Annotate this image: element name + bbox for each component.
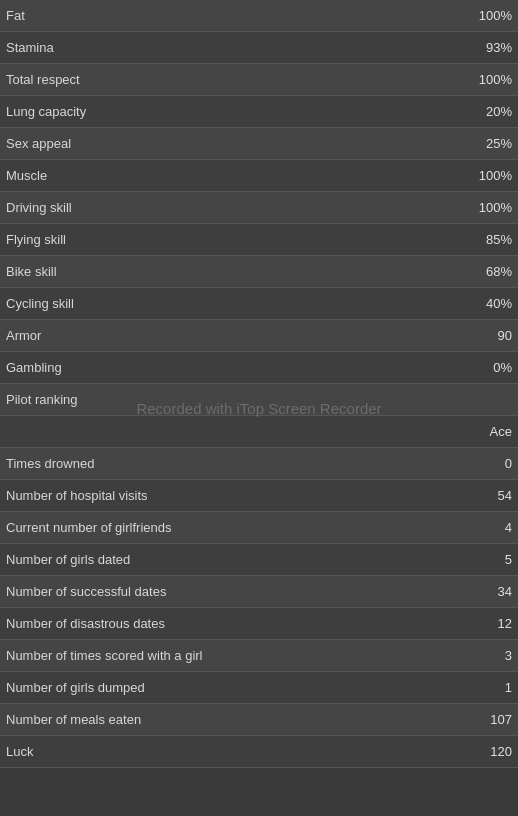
stat-label: Pilot ranking (6, 392, 78, 407)
table-row: Bike skill68% (0, 256, 518, 288)
table-row: Current number of girlfriends4 (0, 512, 518, 544)
stat-value: 5 (472, 552, 512, 567)
stat-label: Driving skill (6, 200, 72, 215)
table-row: Pilot ranking (0, 384, 518, 416)
stat-value: 100% (472, 72, 512, 87)
stat-value: 54 (472, 488, 512, 503)
stat-label: Current number of girlfriends (6, 520, 171, 535)
table-row: Total respect100% (0, 64, 518, 96)
table-row: Number of hospital visits54 (0, 480, 518, 512)
table-row: Muscle100% (0, 160, 518, 192)
stat-value: 3 (472, 648, 512, 663)
stat-value: 4 (472, 520, 512, 535)
stat-label: Luck (6, 744, 33, 759)
stat-label: Armor (6, 328, 41, 343)
stat-value: 90 (472, 328, 512, 343)
table-row: Number of girls dated5 (0, 544, 518, 576)
table-row: Cycling skill40% (0, 288, 518, 320)
stat-value: 34 (472, 584, 512, 599)
stat-value: 12 (472, 616, 512, 631)
stat-label: Cycling skill (6, 296, 74, 311)
table-row: Driving skill100% (0, 192, 518, 224)
table-row: Flying skill85% (0, 224, 518, 256)
table-row: Number of successful dates34 (0, 576, 518, 608)
stat-label: Gambling (6, 360, 62, 375)
stat-label: Flying skill (6, 232, 66, 247)
stat-value: 100% (472, 8, 512, 23)
table-row: Number of disastrous dates12 (0, 608, 518, 640)
table-row: Fat100% (0, 0, 518, 32)
stat-value: 1 (472, 680, 512, 695)
table-row: Ace (0, 416, 518, 448)
stat-label: Fat (6, 8, 25, 23)
stat-value: Ace (472, 424, 512, 439)
stat-label: Number of successful dates (6, 584, 166, 599)
stat-value: 20% (472, 104, 512, 119)
stat-label: Number of girls dated (6, 552, 130, 567)
stat-value: 25% (472, 136, 512, 151)
stat-value: 107 (472, 712, 512, 727)
table-row: Number of meals eaten107 (0, 704, 518, 736)
stat-label: Number of meals eaten (6, 712, 141, 727)
table-row: Number of girls dumped1 (0, 672, 518, 704)
stat-label: Number of disastrous dates (6, 616, 165, 631)
stat-value: 40% (472, 296, 512, 311)
stat-label: Times drowned (6, 456, 94, 471)
table-row: Stamina93% (0, 32, 518, 64)
table-row: Times drowned0 (0, 448, 518, 480)
stat-value: 85% (472, 232, 512, 247)
stat-label: Total respect (6, 72, 80, 87)
table-row: Armor90 (0, 320, 518, 352)
stat-label: Number of times scored with a girl (6, 648, 203, 663)
stat-label: Stamina (6, 40, 54, 55)
table-row: Number of times scored with a girl3 (0, 640, 518, 672)
stat-value: 0 (472, 456, 512, 471)
stat-value: 68% (472, 264, 512, 279)
stat-label: Muscle (6, 168, 47, 183)
stats-container: Fat100%Stamina93%Total respect100%Lung c… (0, 0, 518, 768)
table-row: Lung capacity20% (0, 96, 518, 128)
stat-value: 100% (472, 200, 512, 215)
table-row: Luck120 (0, 736, 518, 768)
table-row: Sex appeal25% (0, 128, 518, 160)
stat-value: 120 (472, 744, 512, 759)
stat-label: Lung capacity (6, 104, 86, 119)
stat-label: Bike skill (6, 264, 57, 279)
table-row: Gambling0% (0, 352, 518, 384)
stat-value: 0% (472, 360, 512, 375)
stat-value: 93% (472, 40, 512, 55)
stat-label: Number of girls dumped (6, 680, 145, 695)
stat-label: Number of hospital visits (6, 488, 148, 503)
stat-label: Sex appeal (6, 136, 71, 151)
stat-value: 100% (472, 168, 512, 183)
